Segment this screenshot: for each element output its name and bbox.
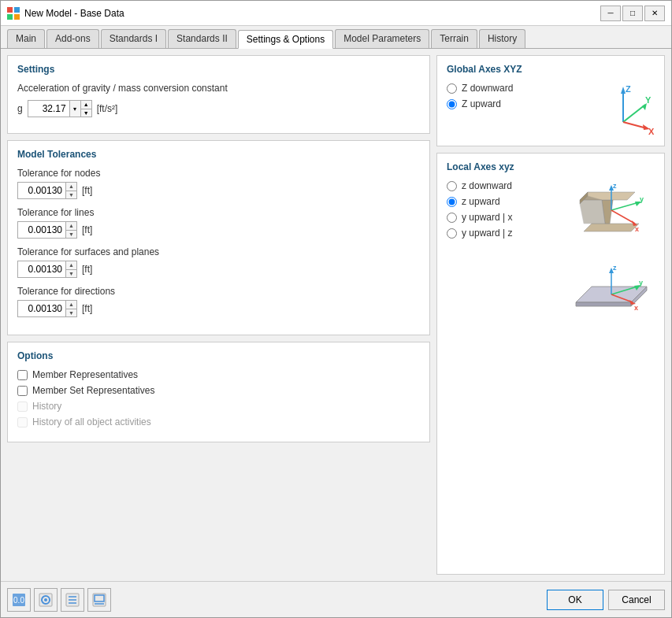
tolerance-surfaces-arrows: ▲ ▼ <box>65 261 76 277</box>
plate-diagram: z y x <box>568 259 655 318</box>
global-z-up-radio[interactable] <box>447 99 457 109</box>
right-panel: Global Axes XYZ Z downward Z upward <box>436 55 665 575</box>
tolerance-nodes-down[interactable]: ▼ <box>66 191 76 199</box>
ok-button[interactable]: OK <box>547 590 603 610</box>
global-z-down-radio[interactable] <box>447 83 457 94</box>
member-rep-checkbox[interactable] <box>17 370 28 380</box>
global-z-down-row: Z downward <box>447 83 513 94</box>
svg-point-43 <box>44 598 47 601</box>
tolerance-surfaces-row: ▲ ▼ [ft] <box>17 261 420 278</box>
g-spin-up[interactable]: ▲ <box>81 101 91 109</box>
global-axes-radios: Z downward Z upward <box>447 83 513 114</box>
svg-text:x: x <box>634 304 638 312</box>
tolerance-lines-down[interactable]: ▼ <box>66 231 76 239</box>
checkbox-history-all: History of all object activities <box>17 416 420 427</box>
tolerance-nodes-arrows: ▲ ▼ <box>65 183 76 198</box>
history-label: History <box>32 401 61 412</box>
tab-history[interactable]: History <box>479 29 525 48</box>
tolerance-directions-spinbox[interactable]: ▲ ▼ <box>17 300 77 317</box>
tolerance-nodes-unit: [ft] <box>82 185 92 196</box>
svg-rect-0 <box>7 7 13 13</box>
tolerance-surfaces-up[interactable]: ▲ <box>66 261 76 270</box>
close-button[interactable]: ✕ <box>644 6 665 21</box>
gravity-description: Acceleration of gravity / mass conversio… <box>17 83 420 94</box>
tolerance-directions-row: ▲ ▼ [ft] <box>17 300 420 317</box>
tolerance-surfaces-down[interactable]: ▼ <box>66 270 76 278</box>
global-axes-title: Global Axes XYZ <box>447 64 655 75</box>
app-icon <box>7 7 20 20</box>
local-y-up-z-radio[interactable] <box>447 228 457 239</box>
minimize-button[interactable]: ─ <box>600 6 621 21</box>
tolerance-lines-up[interactable]: ▲ <box>66 222 76 231</box>
tolerance-nodes-input[interactable] <box>18 183 65 198</box>
svg-text:y: y <box>640 195 644 203</box>
content-area: Settings Acceleration of gravity / mass … <box>1 49 671 581</box>
svg-text:x: x <box>635 225 639 233</box>
tolerance-directions-down[interactable]: ▼ <box>66 309 76 317</box>
tolerance-nodes-label: Tolerance for nodes <box>17 168 420 179</box>
tolerance-directions-up[interactable]: ▲ <box>66 301 76 309</box>
g-spinbox[interactable]: 32.17 ▾ ▲ ▼ <box>28 100 92 117</box>
tolerance-nodes-up[interactable]: ▲ <box>66 183 76 191</box>
tab-main[interactable]: Main <box>7 29 45 48</box>
svg-text:z: z <box>613 182 617 190</box>
plate-diagram-container: z y x <box>447 259 655 318</box>
svg-rect-1 <box>14 7 20 13</box>
settings-title: Settings <box>17 64 420 75</box>
tab-standards-i[interactable]: Standards I <box>101 29 166 48</box>
g-input[interactable]: 32.17 <box>28 101 69 117</box>
global-axes-content: Z downward Z upward Z <box>447 83 655 138</box>
dialog-buttons: OK Cancel <box>547 590 665 610</box>
local-z-up-radio[interactable] <box>447 197 457 207</box>
tolerance-lines-input[interactable] <box>18 222 65 238</box>
svg-line-24 <box>611 210 635 224</box>
tab-add-ons[interactable]: Add-ons <box>46 29 99 48</box>
tolerance-lines-label: Tolerance for lines <box>17 207 420 218</box>
tab-model-parameters[interactable]: Model Parameters <box>335 29 429 48</box>
g-spin-down[interactable]: ▼ <box>81 109 91 117</box>
svg-text:y: y <box>639 279 643 287</box>
tolerance-directions-input[interactable] <box>18 301 65 316</box>
svg-line-7 <box>623 105 645 122</box>
tab-terrain[interactable]: Terrain <box>431 29 477 48</box>
checkbox-history: History <box>17 401 420 412</box>
local-z-down-radio[interactable] <box>447 181 457 191</box>
maximize-button[interactable]: □ <box>622 6 643 21</box>
g-label: g <box>17 103 23 114</box>
options-section: Options Member Representatives Member Se… <box>7 342 430 442</box>
member-rep-label: Member Representatives <box>32 369 138 380</box>
history-checkbox[interactable] <box>17 402 28 412</box>
tolerance-directions-group: Tolerance for directions ▲ ▼ [ft] <box>17 286 420 317</box>
svg-rect-2 <box>7 14 13 20</box>
tolerances-section: Model Tolerances Tolerance for nodes ▲ ▼… <box>7 140 430 335</box>
toolbar-icons: 0.0 <box>7 588 111 612</box>
tab-standards-ii[interactable]: Standards II <box>168 29 236 48</box>
g-dropdown-arrow[interactable]: ▾ <box>69 101 80 117</box>
local-y-up-x-radio[interactable] <box>447 213 457 223</box>
tolerance-lines-spinbox[interactable]: ▲ ▼ <box>17 221 77 239</box>
checkbox-member-set-rep: Member Set Representatives <box>17 385 420 396</box>
svg-text:0.0: 0.0 <box>13 596 24 605</box>
tolerance-lines-arrows: ▲ ▼ <box>65 222 76 238</box>
tolerance-nodes-spinbox[interactable]: ▲ ▼ <box>17 182 77 199</box>
global-axes-diagram: Z Y X <box>592 83 655 138</box>
toolbar-btn-1[interactable]: 0.0 <box>7 588 31 612</box>
history-all-checkbox[interactable] <box>17 417 28 427</box>
local-axes-radios: z downward z upward y upward | x y <box>447 180 512 243</box>
cancel-button[interactable]: Cancel <box>608 590 665 610</box>
tolerance-surfaces-unit: [ft] <box>82 264 92 275</box>
beam-diagram: z y x <box>568 180 655 243</box>
toolbar-btn-4[interactable] <box>87 588 111 612</box>
tolerance-surfaces-input[interactable] <box>18 261 65 277</box>
svg-rect-3 <box>14 14 20 20</box>
options-title: Options <box>17 350 420 361</box>
main-window: New Model - Base Data ─ □ ✕ Main Add-ons… <box>0 0 672 618</box>
member-set-rep-checkbox[interactable] <box>17 386 28 396</box>
tolerance-surfaces-spinbox[interactable]: ▲ ▼ <box>17 261 77 278</box>
tab-settings-options[interactable]: Settings & Options <box>238 30 333 49</box>
toolbar-btn-3[interactable] <box>61 588 84 612</box>
local-z-down-row: z downward <box>447 180 512 191</box>
toolbar-btn-2[interactable] <box>34 588 58 612</box>
left-panel: Settings Acceleration of gravity / mass … <box>7 55 430 575</box>
local-y-up-x-row: y upward | x <box>447 212 512 223</box>
